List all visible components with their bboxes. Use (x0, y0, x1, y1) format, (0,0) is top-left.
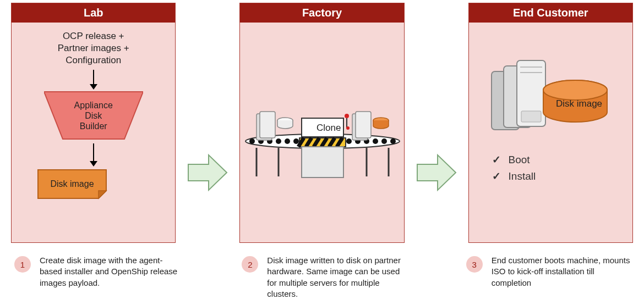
caption-1: 1 Create disk image with the agent-based… (14, 255, 181, 300)
lab-input-line: Configuration (18, 54, 168, 66)
panel-end-customer-body: Disk image Boot Install (469, 23, 632, 242)
panel-factory: Factory (239, 3, 404, 243)
clone-label-svg: Clone (316, 123, 341, 133)
svg-rect-36 (260, 112, 275, 138)
svg-marker-5 (188, 155, 227, 190)
svg-rect-39 (356, 112, 371, 138)
factory-graphic: Clone (240, 99, 403, 195)
caption-3: 3 End customer boots machine, mounts ISO… (466, 255, 633, 300)
builder-line: Disk (74, 110, 113, 121)
svg-point-13 (346, 138, 352, 144)
svg-marker-41 (417, 155, 456, 190)
arrow-down-icon (88, 70, 99, 90)
diagram-row: Lab OCP release + Partner images + Confi… (11, 3, 633, 243)
caption-number: 1 (14, 256, 31, 273)
arrow-down-icon (88, 143, 99, 167)
panel-factory-body: Clone (240, 23, 403, 242)
builder-label: Appliance Disk Builder (44, 91, 143, 140)
caption-text: Create disk image with the agent-based i… (40, 255, 181, 300)
end-customer-checklist: Boot Install (492, 152, 626, 185)
caption-text: Disk image written to disk on partner ha… (267, 255, 408, 300)
svg-rect-34 (302, 147, 343, 178)
svg-point-26 (346, 126, 350, 130)
panel-factory-title: Factory (240, 3, 403, 23)
end-customer-graphic: Disk image (487, 59, 614, 142)
builder-line: Appliance (74, 100, 113, 110)
svg-point-17 (381, 138, 387, 144)
panel-lab: Lab OCP release + Partner images + Confi… (11, 3, 176, 243)
servers-disk-icon: Disk image (487, 59, 614, 142)
svg-point-12 (293, 138, 299, 144)
captions-row: 1 Create disk image with the agent-based… (11, 255, 633, 300)
check-item: Install (492, 168, 626, 185)
svg-point-7 (249, 138, 255, 144)
flow-arrow-icon (185, 151, 230, 195)
ec-disk-label-svg: Disk image (556, 98, 602, 109)
check-item: Boot (492, 152, 626, 168)
panel-end-customer-title: End Customer (469, 3, 632, 23)
svg-marker-1 (90, 84, 97, 90)
lab-input-line: Partner images + (18, 42, 168, 54)
disk-image-label: Disk image (37, 169, 107, 199)
svg-point-10 (276, 138, 281, 144)
caption-text: End customer boots machine, mounts ISO t… (492, 255, 633, 300)
factory-scene-icon: Clone (240, 99, 405, 193)
caption-2: 2 Disk image written to disk on partner … (242, 255, 408, 300)
disk-image-note: Disk image (37, 169, 107, 199)
panel-lab-body: OCP release + Partner images + Configura… (12, 23, 175, 242)
svg-point-16 (373, 138, 378, 144)
svg-marker-4 (90, 161, 97, 167)
svg-point-18 (390, 138, 396, 144)
flow-arrow-icon (414, 151, 459, 195)
caption-number: 3 (466, 256, 483, 273)
lab-input-text: OCP release + Partner images + Configura… (18, 30, 168, 66)
builder-line: Builder (74, 121, 113, 131)
svg-rect-47 (521, 111, 541, 122)
panel-lab-title: Lab (12, 3, 175, 23)
caption-number: 2 (242, 256, 258, 273)
svg-point-49 (543, 80, 607, 100)
panel-end-customer: End Customer (468, 3, 633, 243)
svg-point-24 (345, 114, 349, 118)
appliance-disk-builder-shape: Appliance Disk Builder (44, 91, 143, 140)
svg-point-11 (285, 138, 290, 144)
lab-input-line: OCP release + (18, 30, 168, 42)
